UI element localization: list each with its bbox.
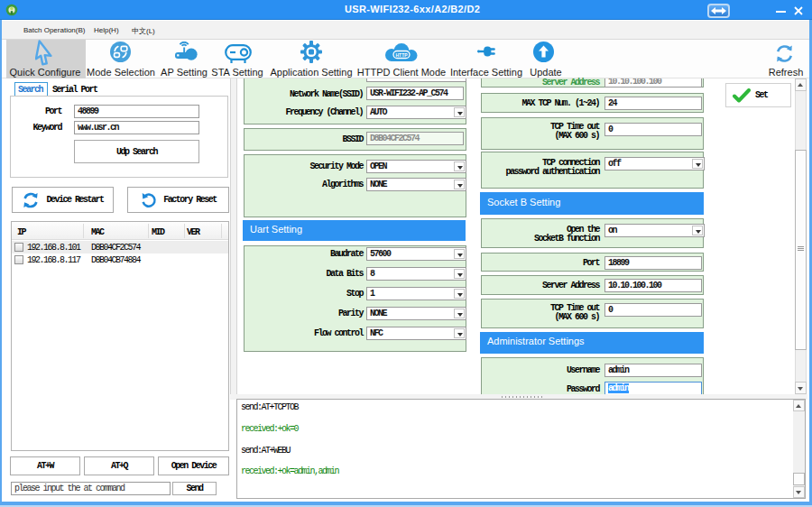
svg-text:HTTP: HTTP (395, 52, 408, 58)
